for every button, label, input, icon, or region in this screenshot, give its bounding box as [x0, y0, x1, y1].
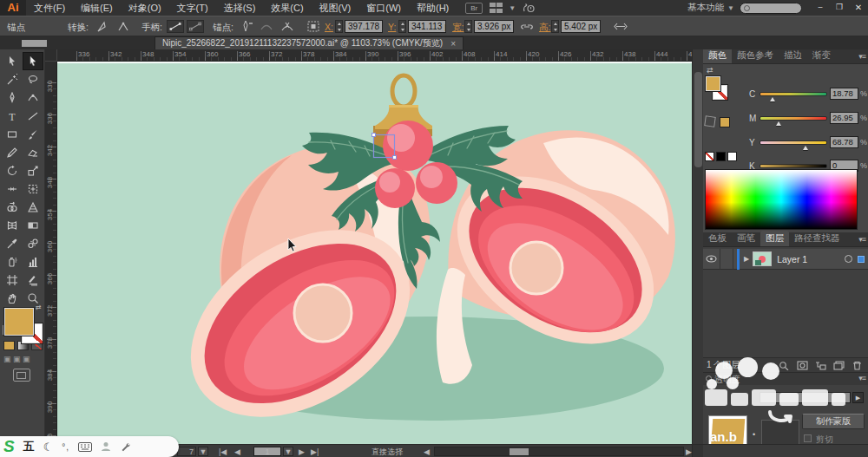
scroll-right-icon[interactable]: ▶ — [686, 447, 692, 456]
scroll-left-icon[interactable]: ◀ — [424, 447, 430, 456]
target-circle-icon[interactable] — [845, 255, 852, 263]
tool-slice[interactable] — [23, 271, 43, 289]
slider-thumb[interactable] — [803, 146, 808, 150]
tool-lasso[interactable] — [23, 70, 43, 88]
menu-item-2[interactable]: 对象(O) — [121, 0, 169, 16]
vertical-scrollbar[interactable] — [692, 49, 703, 444]
zoom-level-field[interactable]: 7 — [177, 447, 196, 456]
menu-item-4[interactable]: 选择(S) — [216, 0, 264, 16]
layer-row[interactable]: ▶ Layer 1 — [703, 249, 868, 270]
remove-anchor-icon[interactable] — [238, 20, 253, 33]
tool-magic-wand[interactable] — [2, 70, 23, 88]
reset-bounding-box-icon[interactable] — [613, 20, 628, 33]
layer-thumbnail[interactable] — [753, 251, 772, 266]
workspace-switcher[interactable]: 基本功能 — [687, 2, 724, 14]
swap-fill-stroke-icon[interactable]: ⇄ — [36, 304, 42, 311]
zoom-dropdown-icon[interactable]: ▼ — [198, 447, 208, 456]
close-button[interactable]: ✕ — [849, 1, 868, 15]
mask-thumbnail-slot[interactable] — [761, 420, 799, 446]
tool-rectangle[interactable] — [2, 125, 23, 143]
channel-value-field[interactable]: 18.78 — [830, 88, 858, 100]
link-dimensions-icon[interactable] — [519, 20, 535, 33]
tool-line-segment[interactable] — [23, 107, 43, 125]
channel-slider[interactable] — [760, 140, 827, 145]
new-layer-icon[interactable] — [833, 361, 845, 370]
tool-paintbrush[interactable] — [23, 125, 43, 143]
ime-logo[interactable]: S — [3, 437, 15, 456]
chevron-down-icon[interactable]: ▼ — [509, 4, 516, 12]
menu-item-6[interactable]: 视图(V) — [312, 0, 359, 16]
tool-width[interactable] — [2, 180, 23, 198]
tab-panel-2[interactable]: 图层 — [760, 231, 789, 246]
slider-thumb[interactable] — [770, 97, 775, 101]
next-artboard-icon[interactable]: ▶ — [299, 447, 305, 456]
tool-shape-builder[interactable] — [2, 198, 23, 216]
search-input[interactable] — [740, 3, 802, 14]
vertical-scrollbar-thumb[interactable] — [694, 72, 702, 167]
tool-pen[interactable] — [2, 88, 23, 107]
slider-thumb[interactable] — [776, 121, 781, 126]
tool-symbol-sprayer[interactable] — [2, 252, 23, 271]
channel-value-field[interactable]: 26.95 — [830, 112, 858, 124]
ime-punctuation-icon[interactable]: °, — [62, 442, 69, 452]
visibility-eye-icon[interactable] — [703, 249, 720, 270]
height-stepper[interactable] — [551, 20, 559, 33]
clip-checkbox[interactable] — [804, 434, 812, 442]
isolate-selection-icon[interactable] — [306, 20, 321, 33]
minimize-button[interactable]: – — [811, 1, 830, 15]
document-tab[interactable]: Nipic_25266822_20191211132237572000.ai* … — [155, 36, 464, 49]
ime-keyboard-icon[interactable] — [78, 442, 92, 452]
workspace-caret-icon[interactable]: ▼ — [727, 4, 734, 12]
tool-gradient[interactable] — [23, 216, 43, 234]
black-swatch[interactable] — [716, 152, 726, 161]
color-spectrum[interactable] — [705, 169, 858, 230]
expand-triangle-icon[interactable]: ▶ — [744, 255, 749, 263]
height-value-field[interactable]: 5.402 px — [561, 20, 601, 33]
screen-mode-button[interactable] — [13, 369, 30, 382]
menu-item-8[interactable]: 帮助(H) — [409, 0, 457, 16]
transparency-panel-header[interactable]: 透明度 ▾≡ — [703, 373, 868, 385]
selection-indicator[interactable] — [858, 256, 865, 263]
tool-type[interactable]: T — [2, 107, 23, 125]
tab-color-1[interactable]: 颜色参考 — [732, 48, 779, 63]
tab-panel-0[interactable]: 色板 — [703, 231, 732, 246]
ime-user-icon[interactable] — [101, 441, 111, 452]
restore-button[interactable]: ❐ — [830, 1, 849, 15]
tool-column-graph[interactable] — [23, 252, 43, 271]
color-panel-menu-icon[interactable]: ▾≡ — [858, 52, 865, 61]
fill-color-swatch[interactable] — [4, 308, 34, 336]
y-value-field[interactable]: 341.113 p — [408, 20, 446, 33]
document-close-icon[interactable]: × — [450, 39, 456, 49]
ime-moon-icon[interactable]: ☾ — [43, 441, 54, 454]
connect-path-icon[interactable] — [259, 20, 274, 33]
x-value-field[interactable]: 397.178 p — [345, 20, 383, 33]
white-swatch[interactable] — [727, 152, 737, 161]
canvas[interactable]: .shadow{fill:var(--mintShadow)} .pink{fi… — [57, 62, 692, 444]
last-artboard-icon[interactable]: ▶| — [311, 447, 319, 456]
tab-panel-1[interactable]: 画笔 — [732, 231, 760, 246]
transparency-panel-menu-icon[interactable]: ▾≡ — [858, 374, 865, 382]
tab-color-0[interactable]: 颜色 — [703, 48, 732, 63]
blend-mode-dropdown[interactable] — [760, 392, 851, 403]
tool-hand[interactable] — [2, 289, 23, 307]
convert-smooth-icon[interactable] — [94, 20, 109, 33]
prev-artboard-icon[interactable]: ◀ — [234, 447, 240, 456]
tab-color-3[interactable]: 渐变 — [807, 48, 836, 63]
tool-artboard[interactable] — [2, 271, 23, 289]
make-mask-button[interactable]: 制作蒙版 — [802, 414, 865, 429]
menu-item-5[interactable]: 效果(C) — [263, 0, 311, 16]
menu-item-0[interactable]: 文件(F) — [26, 0, 73, 16]
tool-blend[interactable] — [23, 234, 43, 252]
tool-rotate[interactable] — [2, 161, 23, 180]
delete-layer-icon[interactable] — [852, 361, 863, 370]
width-value-field[interactable]: 3.926 px — [474, 20, 514, 33]
channel-value-field[interactable]: 68.78 — [830, 136, 858, 148]
drawing-mode-buttons[interactable]: ▣ ▣ ▣ — [3, 355, 30, 363]
blend-mode-arrow-icon[interactable]: ▶ — [852, 392, 864, 403]
cut-path-icon[interactable] — [279, 20, 295, 33]
panel-fill-swatch[interactable] — [706, 76, 720, 91]
y-stepper[interactable] — [398, 20, 406, 33]
layers-panel-menu-icon[interactable]: ▾≡ — [858, 235, 865, 244]
make-clipping-mask-icon[interactable] — [797, 361, 808, 370]
new-sublayer-icon[interactable] — [815, 361, 826, 370]
